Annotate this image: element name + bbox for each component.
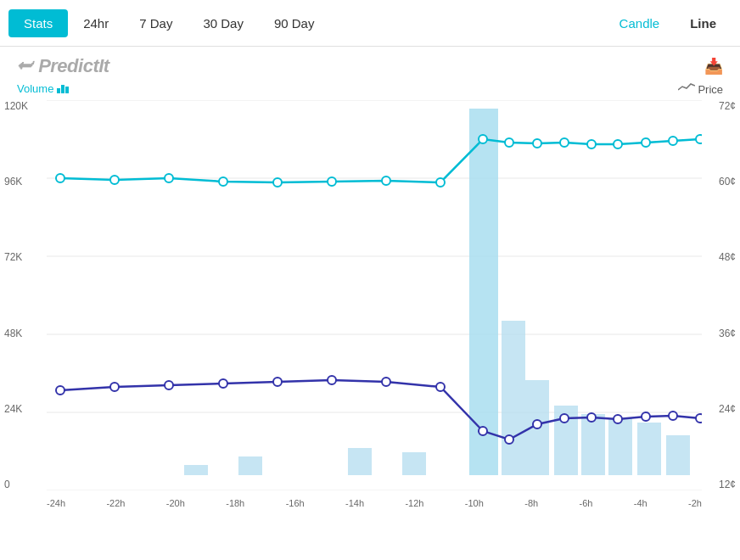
x-label-10h: -10h [465, 498, 484, 508]
price-dot-12h [382, 176, 390, 185]
price-dot-5h [560, 138, 569, 147]
vol-bar-12h [402, 452, 426, 475]
tab-line[interactable]: Line [675, 9, 732, 37]
price2-dot-14h [328, 376, 336, 384]
chart-area: 120K 96K 72K 48K 24K 0 72¢ 60¢ 48¢ 36¢ 2… [0, 100, 740, 516]
price-dot-16h [273, 178, 282, 187]
bar-icon-1 [57, 88, 60, 93]
price2-dot-3h [614, 415, 622, 423]
volume-label: Volume [17, 82, 53, 95]
price2-dot-24h [56, 386, 64, 395]
price-dot-4h [587, 140, 596, 148]
y-left-2: 72K [4, 251, 42, 263]
vol-bar-2h [637, 423, 661, 475]
tab-30day[interactable]: 30 Day [188, 9, 259, 37]
y-left-3: 48K [4, 328, 42, 339]
x-label-8h: -8h [524, 498, 538, 508]
bar-icon-3 [65, 87, 69, 93]
x-label-6h: -6h [580, 498, 593, 508]
price2-dot-22h [110, 383, 119, 391]
x-axis: -24h -22h -20h -18h -16h -14h -12h -10h … [47, 490, 702, 516]
tab-7day[interactable]: 7 Day [124, 9, 188, 37]
y-right-0: 72¢ [706, 100, 736, 112]
price2-dot-10h [436, 383, 445, 391]
price2-dot-1h [669, 412, 677, 420]
y-left-4: 24K [4, 403, 42, 415]
tab-24hr[interactable]: 24hr [68, 9, 124, 37]
y-right-2: 48¢ [706, 251, 736, 263]
price2-dot-16h [273, 378, 282, 386]
vol-bar-20h [184, 465, 208, 475]
predictit-logo: ⮨ PredictIt [17, 55, 109, 77]
price-dot-24h [56, 174, 64, 182]
price-dot-18h [219, 177, 227, 186]
y-right-3: 36¢ [706, 328, 736, 339]
x-label-14h: -14h [345, 498, 364, 508]
x-label-2h: -2h [688, 498, 702, 508]
logo-arrow: ⮨ [17, 59, 32, 76]
chart-labels-row: Volume Price [0, 81, 740, 96]
price-dot-10h [436, 178, 445, 187]
y-right-1: 60¢ [706, 176, 736, 188]
price2-dot-7h [505, 435, 513, 444]
x-label-12h: -12h [405, 498, 423, 508]
vol-bar-18h [238, 456, 262, 475]
chart-container: ⮨ PredictIt 📥 Volume Price 120K 96K 72K … [0, 47, 740, 560]
price-dot-7h [505, 138, 513, 147]
price2-dot-8h [479, 427, 487, 435]
y-axis-right: 72¢ 60¢ 48¢ 36¢ 24¢ 12¢ [702, 100, 740, 490]
y-left-5: 0 [4, 479, 42, 490]
price2-dot-6h [533, 420, 541, 428]
price2-dot-20h [165, 381, 173, 389]
price-dot-3h [614, 140, 622, 148]
price-trend-icon [678, 81, 695, 93]
bar-icon-2 [61, 85, 64, 93]
vol-bar-4h [581, 414, 605, 475]
x-label-22h: -22h [106, 498, 125, 508]
price-dot-1h [669, 137, 677, 145]
price-dot-20h [165, 174, 173, 182]
y-right-4: 24¢ [706, 403, 736, 415]
vol-bar-3h [608, 418, 632, 475]
x-label-16h: -16h [286, 498, 305, 508]
price-dot-22h [110, 176, 119, 184]
main-chart-svg [47, 100, 702, 490]
price-dot-2h [642, 138, 650, 147]
price-label: Price [678, 81, 723, 96]
chart-inner [47, 100, 702, 490]
y-left-0: 120K [4, 100, 42, 112]
y-right-5: 12¢ [706, 479, 736, 490]
price2-dot-2h [642, 412, 650, 421]
vol-bar-1h [666, 435, 690, 475]
tab-stats[interactable]: Stats [8, 9, 68, 37]
price2-dot-0h [696, 414, 702, 423]
vol-bar-7h [502, 321, 525, 475]
y-left-1: 96K [4, 176, 42, 188]
x-label-24h: -24h [47, 498, 65, 508]
x-label-4h: -4h [634, 498, 648, 508]
tab-90day[interactable]: 90 Day [259, 9, 330, 37]
top-navigation: Stats 24hr 7 Day 30 Day 90 Day Candle Li… [0, 0, 740, 47]
price2-dot-4h [587, 413, 596, 422]
x-label-18h: -18h [226, 498, 244, 508]
logo-text: PredictIt [38, 55, 109, 76]
download-icon[interactable]: 📥 [704, 57, 723, 76]
x-label-20h: -20h [166, 498, 185, 508]
price-dot-8h [479, 135, 487, 143]
price2-dot-12h [382, 378, 390, 386]
price-line-cyan [60, 139, 700, 182]
volume-bar-icon [57, 85, 69, 93]
price2-dot-18h [219, 379, 227, 388]
price-dot-14h [328, 177, 336, 186]
y-axis-left: 120K 96K 72K 48K 24K 0 [0, 100, 47, 490]
chart-header: ⮨ PredictIt 📥 [0, 55, 740, 81]
price2-dot-5h [560, 414, 569, 423]
vol-bar-14h [348, 448, 372, 475]
tab-candle[interactable]: Candle [604, 9, 676, 37]
price-dot-6h [533, 139, 541, 148]
price-dot-0h [696, 135, 702, 143]
